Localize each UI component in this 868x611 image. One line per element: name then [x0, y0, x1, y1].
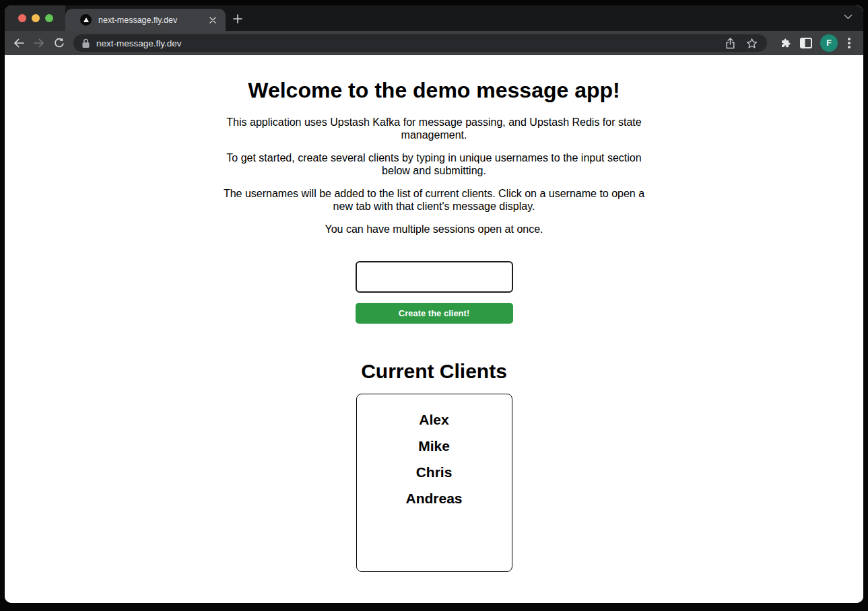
get-started-paragraph: To get started, create several clients b…	[222, 152, 647, 177]
browser-menu-icon[interactable]	[840, 34, 858, 52]
page-title: Welcome to the demo message app!	[222, 78, 647, 103]
current-clients-heading: Current Clients	[222, 360, 647, 383]
browser-window: next-message.fly.dev	[5, 5, 863, 603]
browser-toolbar: next-message.fly.dev	[5, 31, 863, 55]
reload-icon[interactable]	[49, 34, 69, 52]
close-window-button[interactable]	[18, 14, 26, 22]
create-client-button[interactable]: Create the client!	[356, 303, 513, 324]
zoom-window-button[interactable]	[45, 14, 53, 22]
tab-strip: next-message.fly.dev	[5, 5, 863, 31]
clients-list: Alex Mike Chris Andreas	[356, 394, 512, 572]
side-panel-icon[interactable]	[797, 34, 815, 52]
bookmark-star-icon[interactable]	[744, 36, 759, 50]
new-tab-button[interactable]	[232, 13, 243, 24]
extensions-puzzle-icon[interactable]	[776, 34, 795, 52]
client-link-mike[interactable]: Mike	[357, 436, 512, 456]
intro-paragraph: This application uses Upstash Kafka for …	[222, 116, 647, 141]
client-link-andreas[interactable]: Andreas	[357, 489, 512, 509]
demo-message-app-page: Welcome to the demo message app! This ap…	[222, 78, 647, 572]
forward-icon[interactable]	[29, 34, 49, 52]
address-bar[interactable]: next-message.fly.dev	[73, 34, 767, 52]
username-input[interactable]	[356, 261, 513, 293]
page-viewport: Welcome to the demo message app! This ap…	[5, 55, 863, 603]
client-link-alex[interactable]: Alex	[357, 410, 512, 430]
chevron-down-icon[interactable]	[844, 14, 853, 20]
back-icon[interactable]	[9, 34, 29, 52]
window-controls	[5, 5, 65, 31]
url-text: next-message.fly.dev	[96, 38, 723, 48]
sessions-paragraph: You can have multiple sessions open at o…	[222, 223, 647, 236]
tab-close-icon[interactable]	[207, 14, 219, 26]
minimize-window-button[interactable]	[32, 14, 40, 22]
browser-tab[interactable]: next-message.fly.dev	[65, 9, 226, 31]
tab-title: next-message.fly.dev	[98, 15, 207, 25]
lock-icon[interactable]	[81, 38, 90, 48]
usernames-paragraph: The usernames will be added to the list …	[222, 188, 647, 213]
fly-favicon-icon	[80, 14, 92, 26]
share-icon[interactable]	[723, 36, 737, 50]
client-link-chris[interactable]: Chris	[357, 462, 512, 482]
profile-avatar[interactable]: F	[820, 34, 838, 52]
